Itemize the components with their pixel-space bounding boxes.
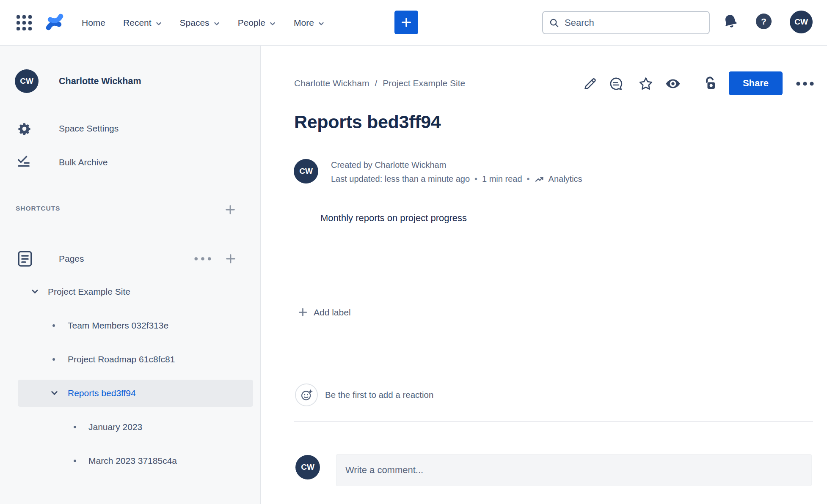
- nav-recent-label: Recent: [123, 18, 152, 28]
- byline: Created by Charlotte Wickham Last update…: [331, 158, 582, 186]
- nav-spaces-label: Spaces: [180, 18, 210, 28]
- last-updated-text[interactable]: Last updated: less than a minute ago: [331, 172, 470, 186]
- analytics-chart-icon: [535, 174, 545, 184]
- tree-item-label: Project Example Site: [48, 278, 130, 305]
- breadcrumb: Charlotte Wickham / Project Example Site: [294, 78, 465, 88]
- tree-item-label: Reports bed3ff94: [68, 380, 136, 407]
- tree-item-team-members[interactable]: Team Members 032f313e: [0, 312, 260, 339]
- avatar-initials: CW: [20, 77, 33, 86]
- search-icon: [549, 18, 559, 28]
- tree-item-project-example-site[interactable]: Project Example Site: [0, 278, 260, 305]
- nav-home[interactable]: Home: [82, 18, 105, 28]
- bullet-icon: [74, 460, 76, 462]
- comment-bubble-icon[interactable]: [609, 76, 624, 91]
- search-box[interactable]: [542, 11, 710, 34]
- bulk-archive-icon: [16, 154, 32, 170]
- dot-separator: •: [527, 172, 530, 186]
- space-name[interactable]: Charlotte Wickham: [59, 69, 141, 93]
- breadcrumb-separator: /: [375, 78, 377, 88]
- primary-nav: Home Recent Spaces People More: [82, 0, 325, 46]
- sidebar-item-space-settings[interactable]: Space Settings: [0, 117, 260, 140]
- bullet-icon: [74, 426, 76, 428]
- avatar-initials: CW: [794, 17, 808, 27]
- question-mark-icon: ?: [761, 16, 766, 27]
- top-navigation-bar: Home Recent Spaces People More: [0, 0, 827, 46]
- pages-icon: [16, 250, 34, 268]
- add-label-text: Add label: [314, 307, 351, 318]
- search-input[interactable]: [565, 17, 703, 28]
- edit-pencil-icon[interactable]: [582, 76, 598, 91]
- sidebar-item-bulk-archive[interactable]: Bulk Archive: [0, 151, 260, 174]
- byline-avatar: CW: [294, 159, 318, 184]
- tree-item-reports-selected[interactable]: Reports bed3ff94: [0, 380, 260, 407]
- pages-more-icon[interactable]: [194, 256, 212, 261]
- tree-item-label: Team Members 032f313e: [68, 312, 168, 339]
- reaction-prompt-text: Be the first to add a reaction: [325, 390, 433, 400]
- nav-more-label: More: [294, 18, 314, 28]
- user-avatar[interactable]: CW: [790, 11, 813, 33]
- add-shortcut-plus-icon[interactable]: [224, 204, 236, 216]
- pages-section-label[interactable]: Pages: [59, 247, 84, 271]
- create-button[interactable]: [394, 11, 418, 34]
- watch-eye-icon[interactable]: [665, 76, 681, 91]
- notifications-bell-icon[interactable]: [721, 12, 740, 31]
- plus-icon: [298, 307, 308, 318]
- page-content: Charlotte Wickham / Project Example Site…: [261, 46, 827, 504]
- bullet-icon: [52, 324, 55, 327]
- tree-item-march-2023[interactable]: March 2023 37185c4a: [0, 447, 260, 474]
- analytics-link[interactable]: Analytics: [535, 172, 582, 186]
- reactions-section: Be the first to add a reaction: [295, 383, 433, 406]
- breadcrumb-space-owner[interactable]: Charlotte Wickham: [294, 78, 369, 88]
- page-title: Reports bed3ff94: [294, 112, 441, 132]
- nav-spaces[interactable]: Spaces: [180, 18, 220, 28]
- sidebar-item-label: Space Settings: [59, 123, 119, 134]
- chevron-down-icon[interactable]: [30, 287, 39, 296]
- comment-input[interactable]: [345, 465, 802, 476]
- analytics-label: Analytics: [549, 172, 582, 186]
- gear-icon: [18, 122, 31, 135]
- chevron-down-icon: [155, 20, 162, 27]
- tree-item-project-roadmap[interactable]: Project Roadmap 61c8fc81: [0, 346, 260, 373]
- plus-icon: [400, 16, 412, 28]
- chevron-down-icon: [213, 20, 220, 27]
- read-time-text: 1 min read: [482, 172, 522, 186]
- confluence-app: Home Recent Spaces People More: [0, 0, 827, 504]
- section-divider: [294, 421, 813, 422]
- unlock-icon[interactable]: [703, 76, 718, 91]
- chevron-down-icon[interactable]: [50, 389, 59, 397]
- nav-people-label: People: [238, 18, 265, 28]
- add-reaction-button[interactable]: [295, 383, 318, 406]
- avatar-initials: CW: [299, 167, 313, 176]
- tree-item-label: January 2023: [88, 414, 142, 441]
- bullet-icon: [52, 358, 55, 361]
- add-label-button[interactable]: Add label: [298, 307, 351, 318]
- help-button[interactable]: ?: [756, 14, 772, 29]
- space-avatar[interactable]: CW: [15, 69, 39, 93]
- add-page-plus-icon[interactable]: [225, 253, 237, 265]
- created-by-line: Created by Charlotte Wickham: [331, 158, 582, 172]
- dot-separator: •: [474, 172, 477, 186]
- comment-avatar: CW: [295, 455, 320, 479]
- shortcuts-header: SHORTCUTS: [16, 205, 60, 212]
- comment-input-box[interactable]: [336, 454, 812, 486]
- chevron-down-icon: [318, 20, 325, 27]
- share-button[interactable]: Share: [729, 71, 783, 95]
- nav-people[interactable]: People: [238, 18, 276, 28]
- nav-recent[interactable]: Recent: [123, 18, 162, 28]
- chevron-down-icon: [269, 20, 276, 27]
- confluence-logo-icon[interactable]: [45, 12, 64, 32]
- star-favorite-icon[interactable]: [638, 76, 653, 91]
- breadcrumb-space[interactable]: Project Example Site: [383, 78, 465, 88]
- tree-item-january-2023[interactable]: January 2023: [0, 414, 260, 441]
- nav-more[interactable]: More: [294, 18, 325, 28]
- nav-home-label: Home: [82, 18, 105, 28]
- smiley-add-icon: [300, 389, 313, 402]
- app-switcher-icon[interactable]: [16, 15, 32, 31]
- space-sidebar: CW Charlotte Wickham Space Settings Bulk…: [0, 46, 261, 504]
- more-actions-icon[interactable]: [795, 81, 815, 86]
- avatar-initials: CW: [301, 463, 314, 472]
- tree-item-label: Project Roadmap 61c8fc81: [68, 346, 175, 373]
- tree-item-label: March 2023 37185c4a: [88, 447, 177, 474]
- page-body-text: Monthly reports on project progress: [320, 213, 467, 224]
- sidebar-item-label: Bulk Archive: [59, 157, 108, 167]
